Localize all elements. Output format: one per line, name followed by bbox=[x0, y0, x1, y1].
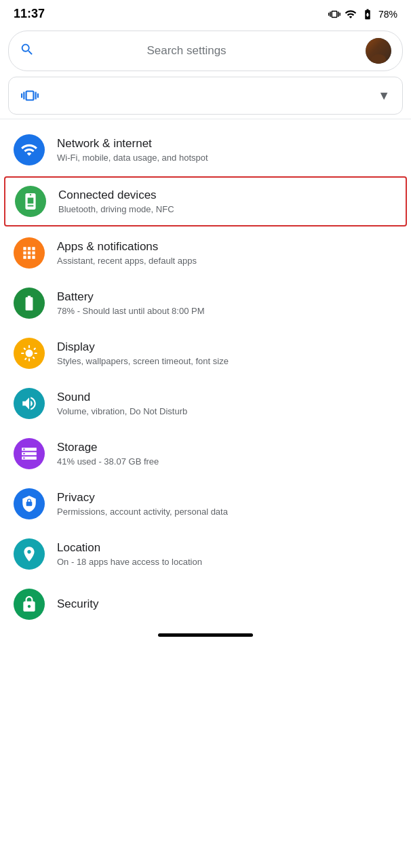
settings-item-apps[interactable]: Apps & notifications Assistant, recent a… bbox=[0, 228, 411, 278]
apps-subtitle: Assistant, recent apps, default apps bbox=[57, 256, 397, 267]
settings-item-connected-devices[interactable]: Connected devices Bluetooth, driving mod… bbox=[4, 176, 407, 226]
settings-item-location[interactable]: Location On - 18 apps have access to loc… bbox=[0, 529, 411, 579]
location-icon-circle bbox=[14, 538, 45, 570]
privacy-icon-circle bbox=[14, 488, 45, 519]
wifi-status-icon bbox=[345, 8, 357, 20]
privacy-title: Privacy bbox=[57, 490, 397, 505]
storage-subtitle: 41% used - 38.07 GB free bbox=[57, 456, 397, 468]
network-subtitle: Wi-Fi, mobile, data usage, and hotspot bbox=[57, 153, 397, 164]
display-icon-circle bbox=[14, 338, 45, 369]
storage-text: Storage 41% used - 38.07 GB free bbox=[57, 440, 397, 468]
vibrate-status-icon bbox=[328, 8, 340, 20]
settings-item-battery[interactable]: Battery 78% - Should last until about 8:… bbox=[0, 278, 411, 328]
chevron-down-icon: ▼ bbox=[378, 89, 390, 103]
security-text: Security bbox=[57, 597, 397, 612]
vibrate-bar[interactable]: ▼ bbox=[8, 77, 403, 115]
settings-item-security[interactable]: Security bbox=[0, 579, 411, 624]
battery-title: Battery bbox=[57, 290, 397, 304]
settings-item-storage[interactable]: Storage 41% used - 38.07 GB free bbox=[0, 429, 411, 479]
battery-status-icon bbox=[361, 8, 374, 20]
vibrate-icon bbox=[21, 87, 39, 104]
settings-item-privacy[interactable]: Privacy Permissions, account activity, p… bbox=[0, 479, 411, 529]
avatar[interactable] bbox=[366, 38, 391, 64]
battery-text-item: Battery 78% - Should last until about 8:… bbox=[57, 290, 397, 317]
settings-item-network[interactable]: Network & internet Wi-Fi, mobile, data u… bbox=[0, 125, 411, 175]
status-icons: 78% bbox=[328, 8, 397, 20]
settings-item-sound[interactable]: Sound Volume, vibration, Do Not Disturb bbox=[0, 378, 411, 429]
security-title: Security bbox=[57, 597, 397, 612]
connected-devices-title: Connected devices bbox=[58, 188, 396, 203]
sound-text: Sound Volume, vibration, Do Not Disturb bbox=[57, 390, 397, 418]
battery-subtitle: 78% - Should last until about 8:00 PM bbox=[57, 306, 397, 317]
connected-devices-subtitle: Bluetooth, driving mode, NFC bbox=[58, 204, 396, 216]
settings-list: Network & internet Wi-Fi, mobile, data u… bbox=[0, 122, 411, 627]
privacy-subtitle: Permissions, account activity, personal … bbox=[57, 507, 397, 518]
search-icon bbox=[20, 42, 35, 60]
display-text: Display Styles, wallpapers, screen timeo… bbox=[57, 340, 397, 368]
nav-pill bbox=[158, 633, 253, 637]
location-text: Location On - 18 apps have access to loc… bbox=[57, 540, 397, 568]
sound-icon-circle bbox=[14, 388, 45, 419]
network-text: Network & internet Wi-Fi, mobile, data u… bbox=[57, 136, 397, 164]
sound-subtitle: Volume, vibration, Do Not Disturb bbox=[57, 406, 397, 418]
sound-title: Sound bbox=[57, 390, 397, 405]
network-icon-circle bbox=[14, 134, 45, 165]
apps-icon-circle bbox=[14, 237, 45, 269]
search-bar[interactable]: Search settings bbox=[8, 31, 403, 71]
divider bbox=[0, 119, 411, 119]
connected-devices-icon-circle bbox=[15, 186, 46, 217]
storage-title: Storage bbox=[57, 440, 397, 455]
security-icon-circle bbox=[14, 589, 45, 620]
location-subtitle: On - 18 apps have access to location bbox=[57, 557, 397, 568]
apps-text: Apps & notifications Assistant, recent a… bbox=[57, 239, 397, 267]
connected-devices-text: Connected devices Bluetooth, driving mod… bbox=[58, 188, 396, 216]
search-placeholder: Search settings bbox=[43, 44, 357, 58]
battery-icon-circle bbox=[14, 288, 45, 319]
apps-title: Apps & notifications bbox=[57, 239, 397, 254]
display-subtitle: Styles, wallpapers, screen timeout, font… bbox=[57, 356, 397, 368]
network-title: Network & internet bbox=[57, 136, 397, 151]
status-bar: 11:37 78% bbox=[0, 0, 411, 25]
battery-percent: 78% bbox=[378, 9, 397, 20]
status-time: 11:37 bbox=[14, 7, 45, 21]
settings-item-display[interactable]: Display Styles, wallpapers, screen timeo… bbox=[0, 328, 411, 378]
display-title: Display bbox=[57, 340, 397, 355]
storage-icon-circle bbox=[14, 438, 45, 469]
privacy-text: Privacy Permissions, account activity, p… bbox=[57, 490, 397, 518]
bottom-nav-bar bbox=[0, 627, 411, 642]
location-title: Location bbox=[57, 540, 397, 555]
